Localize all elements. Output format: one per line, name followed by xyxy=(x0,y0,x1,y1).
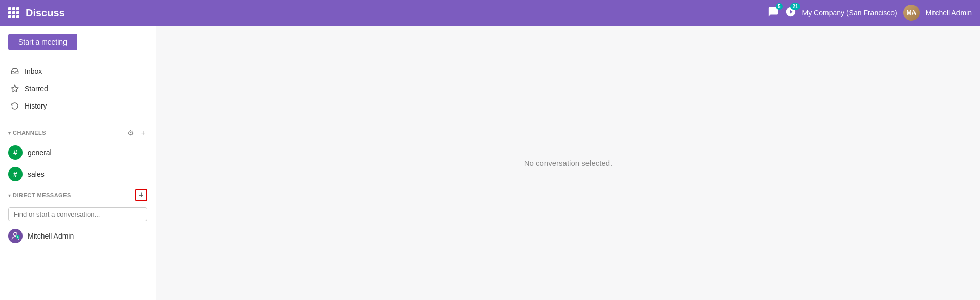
channel-general-label: general xyxy=(28,148,52,157)
start-meeting-button[interactable]: Start a meeting xyxy=(8,34,77,50)
channels-settings-button[interactable]: ⚙ xyxy=(125,127,136,138)
activity-icon-wrap[interactable]: 21 xyxy=(785,6,796,19)
main-layout: Start a meeting Inbox xyxy=(0,26,980,300)
activity-badge: 21 xyxy=(790,3,800,10)
channel-general-avatar: # xyxy=(8,145,23,160)
company-name: My Company (San Francisco) xyxy=(802,9,897,17)
channel-sales-avatar: # xyxy=(8,167,23,181)
avatar-image: MA xyxy=(903,5,920,21)
messaging-icon-wrap[interactable]: 5 xyxy=(768,6,779,19)
sidebar-item-starred[interactable]: Starred xyxy=(0,80,156,97)
channels-add-button[interactable]: + xyxy=(139,127,147,138)
apps-icon[interactable] xyxy=(8,7,19,18)
inbox-label: Inbox xyxy=(25,67,42,75)
inbox-icon xyxy=(10,67,19,76)
sidebar: Start a meeting Inbox xyxy=(0,26,156,300)
sidebar-item-history[interactable]: History xyxy=(0,97,156,115)
app-title: Discuss xyxy=(26,7,65,19)
dm-user-mitchell[interactable]: Mitchell Admin xyxy=(0,225,156,247)
dm-section-header: ▾ DIRECT MESSAGES + xyxy=(0,185,156,205)
dm-chevron-icon: ▾ xyxy=(8,192,11,198)
history-icon xyxy=(10,101,19,111)
header-left: Discuss xyxy=(8,7,65,19)
channel-sales-label: sales xyxy=(28,170,45,178)
channels-title-wrap[interactable]: ▾ CHANNELS xyxy=(8,130,46,136)
dm-add-button[interactable]: + xyxy=(135,189,147,201)
channel-sales[interactable]: # sales xyxy=(0,163,156,185)
main-content: No conversation selected. xyxy=(156,26,980,300)
dm-title-wrap[interactable]: ▾ DIRECT MESSAGES xyxy=(8,192,71,198)
sidebar-divider xyxy=(0,121,156,121)
conversation-search-input[interactable] xyxy=(8,207,147,221)
starred-label: Starred xyxy=(25,84,48,93)
avatar[interactable]: MA xyxy=(903,5,920,21)
channels-actions: ⚙ + xyxy=(125,127,147,138)
sidebar-nav: Inbox Starred History xyxy=(0,58,156,119)
svg-point-1 xyxy=(14,232,17,236)
app-header: Discuss 5 21 My Company (San Francisco) … xyxy=(0,0,980,26)
svg-marker-0 xyxy=(11,85,18,92)
sidebar-top: Start a meeting xyxy=(0,26,156,58)
channel-general[interactable]: # general xyxy=(0,142,156,163)
star-icon xyxy=(10,84,19,93)
messaging-badge: 5 xyxy=(776,3,783,10)
dm-user-mitchell-avatar xyxy=(8,229,23,243)
dm-user-mitchell-label: Mitchell Admin xyxy=(28,232,74,240)
channels-chevron-icon: ▾ xyxy=(8,130,11,136)
channels-title: CHANNELS xyxy=(13,130,46,136)
user-name: Mitchell Admin xyxy=(926,9,972,17)
empty-state-text: No conversation selected. xyxy=(524,159,613,167)
header-right: 5 21 My Company (San Francisco) MA Mitch… xyxy=(768,5,972,21)
channels-section-header: ▾ CHANNELS ⚙ + xyxy=(0,123,156,142)
sidebar-item-inbox[interactable]: Inbox xyxy=(0,62,156,80)
dm-title: DIRECT MESSAGES xyxy=(13,192,71,198)
history-label: History xyxy=(25,102,47,110)
